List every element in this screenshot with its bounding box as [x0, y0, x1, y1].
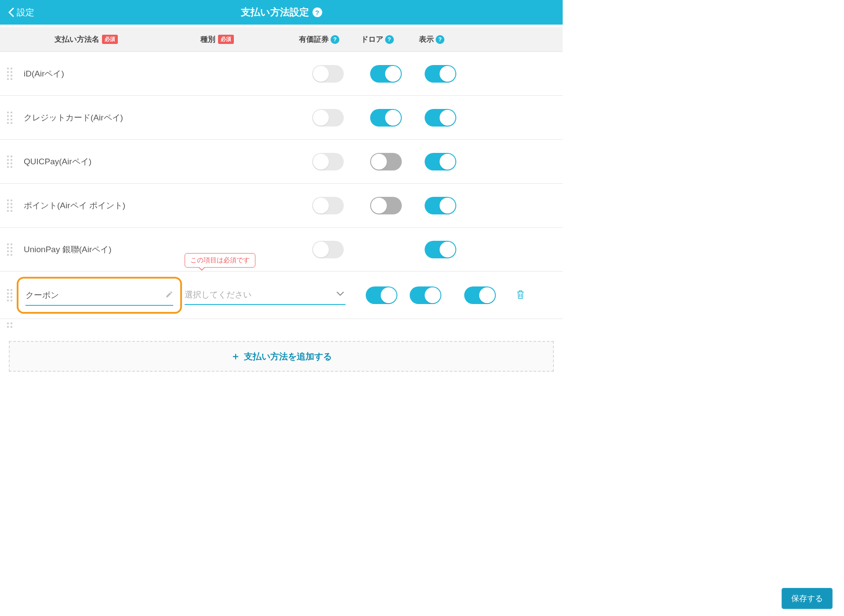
drawer-toggle[interactable] [370, 197, 402, 214]
plus-icon: ＋ [231, 350, 240, 363]
app-header: 設定 支払い方法設定 ? [0, 0, 563, 25]
payment-name: クレジットカード(Airペイ) [19, 112, 174, 123]
page-title-text: 支払い方法設定 [241, 6, 309, 19]
payment-method-list: iD(Airペイ) クレジットカード(Airペイ) QUICPay(Airペイ)… [0, 52, 563, 331]
help-icon[interactable]: ? [313, 7, 322, 17]
securities-toggle[interactable] [312, 241, 344, 258]
table-row: QUICPay(Airペイ) [0, 140, 563, 184]
securities-toggle[interactable] [312, 197, 344, 214]
delete-icon[interactable] [516, 289, 525, 301]
display-toggle[interactable] [425, 109, 456, 127]
table-row: iD(Airペイ) [0, 52, 563, 96]
securities-toggle[interactable] [312, 109, 344, 127]
column-header-display: 表示 ? [404, 34, 459, 44]
drag-handle-icon[interactable] [7, 199, 16, 212]
drag-handle-icon[interactable] [7, 68, 16, 80]
help-icon[interactable]: ? [385, 35, 394, 44]
required-badge: 必須 [102, 35, 118, 44]
table-row [0, 319, 563, 331]
drawer-toggle[interactable] [370, 65, 402, 83]
add-payment-method-label: 支払い方法を追加する [244, 351, 332, 362]
back-label: 設定 [17, 7, 34, 18]
payment-name: ポイント(Airペイ ポイント) [19, 200, 174, 211]
column-header-name: 支払い方法名 必須 [11, 34, 165, 44]
drawer-toggle[interactable] [410, 286, 441, 304]
pencil-icon [165, 290, 173, 300]
payment-name: iD(Airペイ) [19, 68, 174, 80]
column-drawer-label: ドロア [361, 34, 383, 44]
required-badge: 必須 [218, 35, 234, 44]
drag-handle-icon[interactable] [7, 322, 16, 328]
table-row-editing: この項目は必須です 選択してください [0, 272, 563, 319]
drawer-toggle[interactable] [370, 109, 402, 127]
drag-handle-icon[interactable] [7, 112, 16, 124]
drag-handle-icon[interactable] [7, 289, 16, 301]
display-toggle[interactable] [425, 65, 456, 83]
display-toggle[interactable] [464, 286, 496, 304]
chevron-left-icon [8, 7, 14, 17]
error-tooltip: この項目は必須です [185, 253, 255, 268]
chevron-down-icon [337, 290, 344, 298]
drawer-toggle[interactable] [370, 153, 402, 170]
payment-name: QUICPay(Airペイ) [19, 156, 174, 167]
display-toggle[interactable] [425, 241, 456, 258]
column-name-label: 支払い方法名 [55, 34, 99, 44]
add-payment-method-button[interactable]: ＋ 支払い方法を追加する [9, 341, 554, 372]
payment-name-input[interactable] [25, 290, 165, 300]
back-button[interactable]: 設定 [8, 0, 34, 25]
display-toggle[interactable] [425, 153, 456, 170]
display-toggle[interactable] [425, 197, 456, 214]
error-tooltip-text: この項目は必須です [190, 256, 250, 264]
column-securities-label: 有価証券 [299, 34, 329, 44]
table-row: UnionPay 銀聯(Airペイ) [0, 228, 563, 272]
page-title: 支払い方法設定 ? [241, 6, 322, 19]
drag-handle-icon[interactable] [7, 243, 16, 256]
help-icon[interactable]: ? [436, 35, 444, 44]
payment-type-select[interactable]: 選択してください [185, 286, 346, 305]
securities-toggle[interactable] [312, 153, 344, 170]
column-header-securities: 有価証券 ? [288, 34, 350, 44]
table-row: クレジットカード(Airペイ) [0, 96, 563, 140]
table-row: ポイント(Airペイ ポイント) [0, 184, 563, 228]
column-type-label: 種別 [200, 34, 215, 44]
securities-toggle[interactable] [312, 65, 344, 83]
help-icon[interactable]: ? [331, 35, 339, 44]
payment-name-input-highlight [17, 277, 182, 314]
payment-name: UnionPay 銀聯(Airペイ) [19, 244, 174, 255]
drag-handle-icon[interactable] [7, 156, 16, 168]
column-header-type: 種別 必須 [165, 34, 288, 44]
securities-toggle[interactable] [366, 286, 397, 304]
payment-type-placeholder: 選択してください [185, 286, 346, 304]
column-header-row: 支払い方法名 必須 種別 必須 有価証券 ? ドロア ? 表示 ? [0, 27, 563, 52]
column-display-label: 表示 [419, 34, 434, 44]
column-header-drawer: ドロア ? [350, 34, 404, 44]
